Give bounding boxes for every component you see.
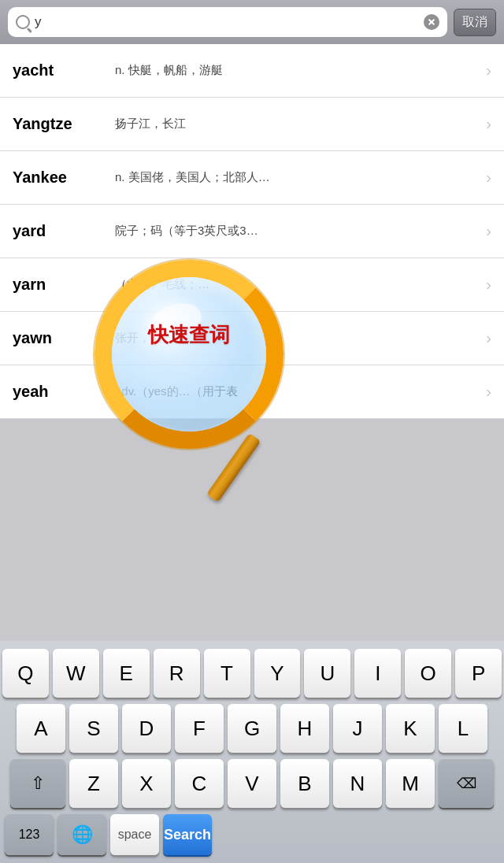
key-M[interactable]: M bbox=[386, 759, 435, 808]
result-word: yarn bbox=[13, 276, 115, 294]
cancel-button[interactable]: 取消 bbox=[454, 9, 496, 36]
key-G[interactable]: G bbox=[228, 704, 276, 753]
key-K[interactable]: K bbox=[386, 704, 435, 753]
shift-key[interactable]: ⇧ bbox=[10, 759, 65, 808]
key-Y[interactable]: Y bbox=[254, 649, 301, 698]
keyboard-bottom-row: 123 🌐 space Search bbox=[2, 814, 502, 855]
key-N[interactable]: N bbox=[333, 759, 382, 808]
result-definition: 扬子江，长江 bbox=[115, 117, 481, 131]
key-J[interactable]: J bbox=[333, 704, 382, 753]
key-Q[interactable]: Q bbox=[2, 649, 49, 698]
key-I[interactable]: I bbox=[354, 649, 401, 698]
result-definition: n. 快艇，帆船，游艇 bbox=[115, 63, 481, 78]
keyboard-row-1: Q W E R T Y U I O P bbox=[2, 649, 502, 698]
result-word: yacht bbox=[13, 61, 115, 80]
search-key[interactable]: Search bbox=[163, 814, 212, 855]
result-definition: n. 美国佬，美国人；北部人… bbox=[115, 170, 481, 185]
result-word: yard bbox=[13, 222, 115, 240]
chevron-icon: › bbox=[486, 115, 491, 133]
result-definition: 院子；码（等于3英尺或3… bbox=[115, 224, 481, 239]
keyboard-row-3: ⇧ Z X C V B N M ⌫ bbox=[2, 759, 502, 808]
delete-key[interactable]: ⌫ bbox=[439, 759, 494, 808]
space-key[interactable]: space bbox=[110, 814, 159, 855]
key-O[interactable]: O bbox=[405, 649, 451, 698]
result-definition: 张开，裂开；… bbox=[115, 331, 481, 346]
chevron-icon: › bbox=[486, 61, 491, 80]
result-item-yard[interactable]: yard 院子；码（等于3英尺或3… › bbox=[0, 205, 504, 258]
result-definition: adv.（yes的…（用于表 bbox=[115, 384, 481, 399]
chevron-icon: › bbox=[486, 222, 491, 240]
magnifier-handle bbox=[206, 433, 261, 502]
chevron-icon: › bbox=[486, 383, 491, 401]
result-item-yeah[interactable]: yeah adv.（yes的…（用于表 › bbox=[0, 365, 504, 419]
search-input-wrapper[interactable] bbox=[8, 7, 447, 37]
result-word: yeah bbox=[13, 383, 115, 401]
results-list: yacht n. 快艇，帆船，游艇 › Yangtze 扬子江，长江 › Yan… bbox=[0, 44, 504, 419]
key-V[interactable]: V bbox=[228, 759, 276, 808]
clear-button[interactable] bbox=[424, 14, 439, 30]
keyboard-row-2: A S D F G H J K L bbox=[2, 704, 502, 753]
key-W[interactable]: W bbox=[53, 649, 99, 698]
result-item-yawn[interactable]: yawn 张开，裂开；… › bbox=[0, 312, 504, 365]
chevron-icon: › bbox=[486, 169, 491, 187]
key-R[interactable]: R bbox=[154, 649, 200, 698]
key-P[interactable]: P bbox=[455, 649, 502, 698]
search-input[interactable] bbox=[35, 14, 419, 30]
result-definition: （尤指）毛线；… bbox=[115, 277, 481, 292]
key-X[interactable]: X bbox=[122, 759, 171, 808]
keyboard: Q W E R T Y U I O P A S D F G H J K L ⇧ … bbox=[0, 641, 504, 863]
result-word: yawn bbox=[13, 329, 115, 347]
globe-key[interactable]: 🌐 bbox=[57, 814, 106, 855]
result-item-yacht[interactable]: yacht n. 快艇，帆船，游艇 › bbox=[0, 44, 504, 98]
key-F[interactable]: F bbox=[175, 704, 224, 753]
key-U[interactable]: U bbox=[304, 649, 350, 698]
chevron-icon: › bbox=[486, 276, 491, 294]
key-C[interactable]: C bbox=[175, 759, 224, 808]
key-D[interactable]: D bbox=[122, 704, 171, 753]
numbers-key[interactable]: 123 bbox=[5, 814, 54, 855]
key-A[interactable]: A bbox=[17, 704, 65, 753]
key-L[interactable]: L bbox=[439, 704, 487, 753]
result-item-yarn[interactable]: yarn （尤指）毛线；… › bbox=[0, 258, 504, 312]
chevron-icon: › bbox=[486, 329, 491, 347]
result-item-yangtze[interactable]: Yangtze 扬子江，长江 › bbox=[0, 98, 504, 151]
key-E[interactable]: E bbox=[103, 649, 150, 698]
key-Z[interactable]: Z bbox=[69, 759, 118, 808]
key-B[interactable]: B bbox=[280, 759, 329, 808]
result-item-yankee[interactable]: Yankee n. 美国佬，美国人；北部人… › bbox=[0, 151, 504, 205]
key-S[interactable]: S bbox=[69, 704, 118, 753]
search-icon bbox=[16, 15, 30, 29]
result-word: Yangtze bbox=[13, 115, 115, 133]
search-bar: 取消 bbox=[0, 0, 504, 44]
key-H[interactable]: H bbox=[280, 704, 329, 753]
key-T[interactable]: T bbox=[204, 649, 250, 698]
result-word: Yankee bbox=[13, 169, 115, 187]
